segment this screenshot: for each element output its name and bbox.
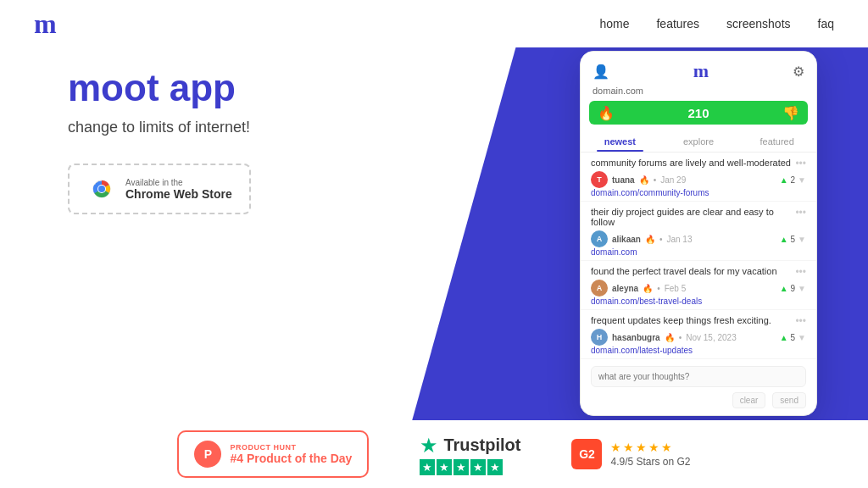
avatar-4: H [591, 329, 608, 346]
feed-item-3: found the perfect travel deals for my va… [581, 261, 816, 310]
svg-point-5 [98, 186, 105, 192]
send-button[interactable]: send [772, 392, 806, 408]
badge-icon-4: 🔥 [665, 333, 675, 342]
nav-logo: m [34, 8, 57, 40]
mockup-domain: domain.com [581, 86, 816, 101]
feed-item-1: community forums are lively and well-mod… [581, 152, 816, 202]
feed-title-3: found the perfect travel deals for my va… [591, 266, 795, 276]
product-hunt-label: PRODUCT HUNT [230, 443, 352, 452]
feed-meta-4: H hasanbugra 🔥 • Nov 15, 2023 ▲ 5 ▼ [591, 329, 806, 346]
username-4: hasanbugra [612, 333, 660, 342]
upvote-icon-2[interactable]: ▲ [780, 235, 788, 244]
avatar-3: A [591, 280, 608, 297]
feed-link-4[interactable]: domain.com/latest-updates [591, 346, 806, 355]
feed-more-2[interactable]: ••• [795, 207, 806, 219]
trustpilot-stars: ★ ★ ★ ★ ★ [420, 459, 520, 475]
g2-star-5: ★ [661, 441, 672, 454]
feed-meta-1: T tuana 🔥 • Jan 29 ▲ 2 ▼ [591, 171, 806, 188]
date-sep-2: • [659, 235, 663, 244]
chrome-icon [86, 174, 117, 204]
score-number: 210 [687, 106, 709, 120]
trustpilot-badge: ★ Trustpilot ★ ★ ★ ★ ★ [420, 434, 520, 475]
feed-link-1[interactable]: domain.com/community-forums [591, 188, 806, 197]
score-bar: 🔥 210 👎 [589, 101, 808, 125]
downvote-icon-1[interactable]: ▼ [798, 175, 806, 185]
chrome-badge-text: Available in the Chrome Web Store [125, 178, 232, 201]
feed-meta-3: A aleyna 🔥 • Feb 5 ▲ 9 ▼ [591, 280, 806, 297]
feed-title-1: community forums are lively and well-mod… [591, 158, 795, 168]
chrome-web-store-badge[interactable]: Available in the Chrome Web Store [68, 164, 251, 214]
nav-home[interactable]: home [599, 17, 629, 30]
trustpilot-star-icon: ★ [420, 434, 438, 458]
votes-2: ▲ 5 ▼ [780, 235, 806, 244]
g2-content: ★ ★ ★ ★ ★ 4.9/5 Stars on G2 [610, 441, 690, 468]
feed-item-4: frequent updates keep things fresh excit… [581, 310, 816, 359]
downvote-icon-3[interactable]: ▼ [798, 284, 806, 293]
g2-star-1: ★ [610, 441, 621, 454]
username-1: tuana [612, 175, 635, 185]
feed-link-2[interactable]: domain.com [591, 247, 806, 257]
hero-subtitle: change to limits of internet! [68, 119, 407, 136]
thumbdown-icon: 👎 [782, 105, 799, 121]
username-3: aleyna [612, 284, 638, 293]
feed-title-2: their diy project guides are clear and e… [591, 207, 795, 227]
tp-star-3: ★ [453, 459, 469, 475]
tab-explore[interactable]: explore [659, 131, 738, 152]
feed-title-4: frequent updates keep things fresh excit… [591, 315, 795, 325]
tp-star-5: ★ [487, 459, 503, 475]
mockup-header: 👤 m ⚙ [581, 52, 816, 86]
product-hunt-badge: P PRODUCT HUNT #4 Product of the Day [177, 430, 369, 478]
feed-link-3[interactable]: domain.com/best-travel-deals [591, 297, 806, 306]
product-hunt-text: PRODUCT HUNT #4 Product of the Day [230, 443, 352, 465]
avatar-2: A [591, 230, 608, 247]
trustpilot-label: Trustpilot [443, 435, 520, 455]
date-val-2: Jan 13 [666, 235, 692, 244]
hero-section: moot app change to limits of internet! A… [68, 68, 407, 214]
product-hunt-logo: P [194, 441, 221, 468]
feed-more-4[interactable]: ••• [795, 315, 806, 327]
g2-logo: G2 [571, 439, 602, 469]
hero-title: moot app [68, 68, 407, 108]
upvote-icon-1[interactable]: ▲ [780, 175, 788, 185]
feed-meta-2: A alikaan 🔥 • Jan 13 ▲ 5 ▼ [591, 230, 806, 247]
tp-star-1: ★ [420, 459, 435, 475]
comment-box: clear send [581, 359, 816, 415]
g2-star-4: ★ [648, 441, 659, 454]
feed-user-1: T tuana 🔥 • Jan 29 [591, 171, 686, 188]
nav-features[interactable]: features [656, 17, 699, 30]
date-1: • [654, 175, 657, 185]
nav-faq[interactable]: faq [818, 17, 834, 30]
g2-star-2: ★ [623, 441, 634, 454]
clear-button[interactable]: clear [732, 392, 766, 408]
g2-star-3: ★ [636, 441, 647, 454]
downvote-icon-2[interactable]: ▼ [798, 235, 806, 244]
date-val-3: Feb 5 [665, 284, 687, 293]
feed-more-3[interactable]: ••• [795, 266, 806, 278]
bottom-badges: P PRODUCT HUNT #4 Product of the Day ★ T… [0, 420, 868, 488]
tp-star-4: ★ [470, 459, 486, 475]
feed-user-4: H hasanbugra 🔥 • Nov 15, 2023 [591, 329, 737, 346]
fire-icon: 🔥 [598, 105, 615, 121]
product-hunt-rank: #4 Product of the Day [230, 452, 352, 465]
votes-1: ▲ 2 ▼ [780, 175, 806, 185]
nav-links: home features screenshots faq [599, 17, 834, 30]
tab-newest[interactable]: newest [581, 131, 659, 152]
g2-badge: G2 ★ ★ ★ ★ ★ 4.9/5 Stars on G2 [571, 439, 690, 469]
badge-icon-2: 🔥 [645, 235, 655, 244]
feed-more-1[interactable]: ••• [795, 158, 806, 169]
date-val-4: Nov 15, 2023 [686, 333, 737, 342]
comment-input[interactable] [591, 366, 806, 387]
feed-user-3: A aleyna 🔥 • Feb 5 [591, 280, 686, 297]
downvote-icon-4[interactable]: ▼ [798, 333, 806, 342]
votes-4: ▲ 5 ▼ [780, 333, 806, 342]
chrome-badge-line1: Available in the [125, 178, 232, 187]
comment-actions: clear send [591, 392, 806, 408]
user-icon[interactable]: 👤 [593, 64, 609, 80]
tab-featured[interactable]: featured [737, 131, 816, 152]
nav-screenshots[interactable]: screenshots [726, 17, 790, 30]
chrome-badge-line2: Chrome Web Store [125, 187, 232, 201]
username-2: alikaan [612, 235, 641, 244]
upvote-icon-4[interactable]: ▲ [780, 333, 788, 342]
settings-icon[interactable]: ⚙ [793, 64, 804, 80]
upvote-icon-3[interactable]: ▲ [780, 284, 788, 293]
